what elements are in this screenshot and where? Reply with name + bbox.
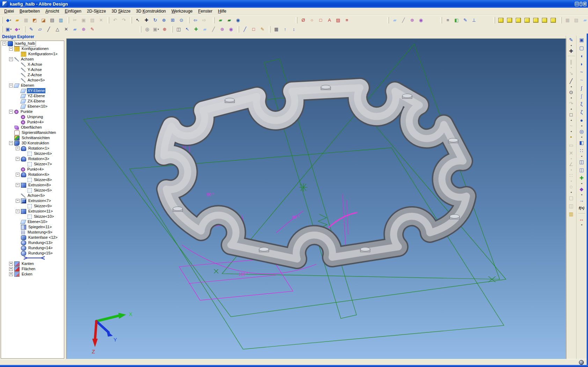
show-planes[interactable]: ▰ (201, 26, 209, 33)
point-tool[interactable]: ✚ (567, 47, 575, 55)
sketch-text[interactable]: A (325, 16, 333, 24)
flyout-arrow[interactable]: ◂ (581, 193, 582, 196)
expand-toggle-ebenen[interactable]: − (9, 84, 13, 87)
helix-boss[interactable]: ξ (578, 100, 586, 108)
expand-toggle-extrusion-8[interactable]: − (16, 183, 20, 187)
menu-hilfe[interactable]: Hilfe (215, 8, 229, 14)
tree-item-rundung-14[interactable]: Rundung<14> (1, 245, 64, 251)
tree-item-ecken[interactable]: +Ecken (1, 272, 64, 277)
selection-mode-dropdown-arrow[interactable]: ▾ (10, 28, 12, 31)
project-to-sketch[interactable]: ↑ (281, 26, 289, 33)
menu-einf-gen[interactable]: Einfügen (62, 8, 84, 14)
point-snap[interactable]: ⊕ (161, 26, 169, 33)
selection-mode[interactable]: ▣▾ (5, 26, 13, 33)
flyout-arrow[interactable]: ◂ (571, 85, 572, 88)
flyout-arrow[interactable]: ◂ (581, 135, 582, 138)
insert-axis[interactable]: ╱ (399, 16, 407, 24)
filter-sketches[interactable]: ✎ (27, 26, 35, 33)
tree-item-fl-chen[interactable]: +Flächen (1, 266, 64, 272)
tree-item-achse-5[interactable]: Achse<5> (1, 78, 64, 83)
shape-selection-mode-dropdown-arrow[interactable]: ▾ (19, 28, 20, 31)
filter-points[interactable]: ⊕ (80, 26, 88, 33)
tool-cylinder[interactable]: ◎ (143, 26, 151, 33)
minimize-button[interactable]: — (575, 2, 579, 6)
insert-surface[interactable]: ◉ (417, 16, 425, 24)
tree-item-rotation-6[interactable]: −Rotation<6> (1, 172, 64, 177)
flyout-arrow[interactable]: ◂ (571, 118, 572, 122)
loft-boss[interactable]: ∫ (578, 84, 586, 92)
pattern-3d[interactable]: ∷ (578, 146, 586, 154)
tree-item-3d-konstruktion[interactable]: −3D Konstruktion (1, 141, 64, 146)
flyout-arrow[interactable]: ◂ (571, 96, 572, 99)
view-front[interactable] (497, 16, 505, 24)
view-right[interactable] (523, 16, 531, 24)
grid-snap[interactable]: ▦ (272, 26, 280, 33)
sweep-cut[interactable]: ~ (578, 76, 586, 84)
tree-item-rotation-3[interactable]: −Rotation<3> (1, 156, 64, 161)
tree-item-zx-ebene[interactable]: ZX-Ebene (1, 99, 64, 104)
expand-toggle-kaefig-halb[interactable]: − (2, 42, 6, 45)
view-isometric[interactable] (549, 16, 557, 24)
mirror-3d[interactable]: ◫ (578, 158, 586, 166)
filter-planes[interactable]: ▰ (71, 26, 79, 33)
view-bottom[interactable] (541, 16, 549, 24)
expand-toggle-3d-konstruktion[interactable]: − (9, 141, 13, 145)
region-select-tool[interactable]: ◌ (567, 182, 575, 190)
quick-render[interactable]: ◉ (234, 16, 242, 24)
tree-item-konfiguration-1[interactable]: Konfiguration<1> (1, 51, 64, 57)
plane-toggle-front[interactable]: ▰ (216, 16, 225, 24)
open-file[interactable]: ▰ (13, 16, 21, 24)
flyout-arrow[interactable]: ◂ (581, 154, 582, 158)
show-points[interactable]: ⊕ (218, 26, 226, 33)
tree-item-extrusion-11[interactable]: −Extrusion<11> (1, 209, 64, 214)
expand-toggle-fl-chen[interactable]: + (9, 267, 13, 271)
menu-ansicht[interactable]: Ansicht (43, 8, 62, 14)
filter-lines[interactable]: ╱ (45, 26, 53, 33)
tree-item-konfigurationen[interactable]: −Konfigurationen (1, 46, 64, 51)
filter-annotations[interactable]: ✎ (88, 26, 96, 33)
tree-item-skizze-8[interactable]: Skizze<8> (1, 177, 64, 182)
revolve-cut[interactable]: ◗ (578, 60, 586, 68)
helix-cut[interactable]: ζ (578, 108, 586, 116)
tree-item-signierstiftansichten[interactable]: Signierstiftansichten (1, 130, 64, 135)
zoom-window-tool[interactable]: ⊞ (169, 16, 177, 24)
shell-tool[interactable]: ◎ (578, 127, 586, 135)
pan-tool[interactable]: ✚ (142, 16, 150, 24)
tree-item-rollback-bar[interactable] (1, 256, 64, 261)
filter-curves[interactable]: △ (53, 26, 61, 33)
expand-toggle-punkte[interactable]: − (9, 110, 13, 114)
loft-cut[interactable]: ∫ (578, 92, 586, 100)
tree-item-punkt-4[interactable]: Punkt<4> (1, 120, 64, 125)
tree-item-punkte[interactable]: −Punkte (1, 109, 64, 114)
menu-bearbeiten[interactable]: Bearbeiten (17, 8, 43, 14)
view-left[interactable] (514, 16, 522, 24)
fillet-3d[interactable]: ● (578, 116, 586, 124)
tree-item-rundung-13[interactable]: Rundung<13> (1, 240, 64, 245)
tree-item-kantenfase-12[interactable]: Kantenfase <12> (1, 235, 64, 240)
tree-item-ebene-10[interactable]: Ebene<10> (1, 104, 64, 109)
dimension-3d[interactable]: ↔ (578, 215, 586, 223)
tree-item-xy-ebene[interactable]: XY-Ebene (1, 88, 64, 93)
display-mode[interactable]: ▣▾ (152, 26, 160, 33)
extrude-boss[interactable]: ▣ (578, 36, 586, 44)
menu-2d-skizze[interactable]: 2D-Skizze (84, 8, 109, 14)
sketch-ellipse[interactable]: ○ (308, 16, 316, 24)
tree-item-skizze-5[interactable]: Skizze<5> (1, 188, 64, 193)
display-mode-dropdown-arrow[interactable]: ▾ (157, 28, 159, 31)
line-tool[interactable]: ╱ (567, 77, 575, 85)
tree-item-x-achse[interactable]: X-Achse (1, 62, 64, 67)
extrude-cut[interactable]: ▢ (578, 44, 586, 52)
shape-selection-mode[interactable]: ◆▾ (13, 26, 21, 33)
view-window[interactable]: ◫ (175, 26, 183, 33)
restore-button[interactable]: □ (580, 2, 582, 6)
tree-item-z-achse[interactable]: Z-Achse (1, 72, 64, 78)
tree-item-spiegeln-11[interactable]: Spiegeln<11> (1, 224, 64, 230)
tree-item-achse-5[interactable]: Achse<5> (1, 193, 64, 198)
show-axes[interactable]: ╱ (210, 26, 218, 33)
select-tool[interactable]: ↖ (134, 16, 142, 24)
zoom-in-tool[interactable]: ⊕ (160, 16, 168, 24)
insert-part[interactable]: ✚ (578, 174, 586, 182)
flyout-arrow[interactable]: ◂ (571, 107, 572, 110)
revolve-boss[interactable]: ◖ (578, 52, 586, 60)
close-button[interactable]: ✕ (583, 2, 587, 6)
